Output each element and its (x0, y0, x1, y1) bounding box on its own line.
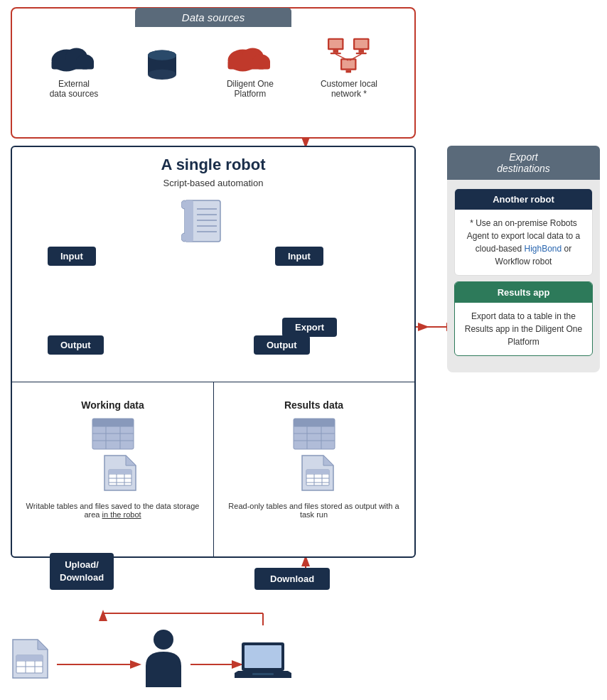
svg-rect-34 (333, 50, 338, 53)
svg-rect-85 (16, 655, 43, 661)
input-right-btn[interactable]: Input (275, 247, 323, 266)
cloud-red-icon (225, 38, 275, 73)
export-destinations-title: Exportdestinations (447, 146, 600, 180)
script-icon-area (172, 193, 236, 247)
svg-point-86 (154, 630, 173, 650)
svg-rect-33 (329, 40, 342, 48)
external-data-source: Externaldata sources (49, 38, 99, 99)
svg-rect-31 (227, 60, 270, 70)
diligent-platform-source: Diligent OnePlatform (225, 38, 275, 99)
svg-rect-88 (245, 645, 281, 668)
svg-rect-23 (51, 60, 94, 70)
output-right-btn[interactable]: Output (254, 335, 310, 355)
results-app-title: Results app (455, 282, 592, 303)
working-data-title: Working data (81, 399, 144, 411)
working-data-file-icon (102, 453, 138, 492)
results-app-body: Export data to a table in the Results ap… (455, 303, 592, 355)
laptop-icon (235, 639, 291, 685)
highbond-link[interactable]: HighBond (524, 244, 562, 254)
svg-point-26 (148, 70, 176, 80)
customer-network-source: Customer localnetwork * (321, 38, 377, 99)
cloud-blue-icon (49, 38, 99, 73)
network-icon (328, 38, 370, 73)
data-sources-icons: Externaldata sources (12, 27, 414, 106)
output-left-button[interactable]: Output (48, 335, 104, 355)
diligent-platform-label: Diligent OnePlatform (227, 79, 274, 99)
external-ds-label: Externaldata sources (50, 79, 99, 99)
svg-rect-89 (252, 673, 274, 675)
svg-point-27 (148, 50, 176, 60)
input-right-button[interactable]: Input (275, 247, 323, 266)
svg-rect-38 (358, 50, 364, 53)
robot-box: A single robot Script-based automation I… (11, 146, 416, 558)
results-data-table-icon (293, 418, 335, 450)
customer-network-label: Customer localnetwork * (321, 79, 377, 99)
results-data-title: Results data (284, 399, 343, 411)
robot-subtitle: Script-based automation (12, 178, 414, 194)
another-robot-body: * Use an on-premise Robots Agent to expo… (455, 210, 592, 275)
data-sources-title: Data sources (135, 8, 291, 27)
working-data-section: Working data (12, 392, 213, 556)
database-icon (144, 48, 180, 83)
export-button[interactable]: Export (282, 318, 337, 337)
export-destinations-box: Exportdestinations Another robot * Use a… (447, 146, 600, 372)
laptop-icon-area (235, 639, 291, 687)
download-button[interactable]: Download (254, 568, 330, 590)
upload-download-btn-area[interactable]: Upload/Download (50, 553, 114, 590)
results-data-section: Results data (213, 392, 414, 556)
output-left-btn[interactable]: Output (48, 335, 104, 355)
svg-rect-37 (355, 40, 367, 48)
another-robot-card: Another robot * Use an on-premise Robots… (454, 188, 593, 276)
database-source (144, 48, 180, 89)
robot-title: A single robot (12, 147, 414, 178)
upload-download-button[interactable]: Upload/Download (50, 553, 114, 590)
svg-rect-46 (185, 200, 193, 242)
svg-rect-58 (92, 419, 134, 426)
download-btn-area[interactable]: Download (254, 568, 330, 590)
main-container: Data sources Externaldata sources (0, 0, 607, 700)
data-sources-box: Data sources Externaldata sources (11, 7, 416, 139)
svg-rect-39 (356, 53, 367, 54)
scroll-icon (181, 193, 227, 247)
svg-rect-79 (306, 470, 329, 474)
spreadsheet-icon-area (11, 637, 50, 682)
results-app-card: Results app Export data to a table in th… (454, 281, 593, 356)
spreadsheet-icon (11, 637, 50, 680)
person-icon-area (139, 627, 188, 693)
another-robot-title: Another robot (455, 189, 592, 210)
input-left-button[interactable]: Input (48, 247, 96, 266)
working-data-table-icon (92, 418, 134, 450)
svg-rect-41 (342, 60, 355, 68)
input-left-btn[interactable]: Input (48, 247, 96, 266)
person-icon (139, 627, 188, 691)
svg-rect-35 (331, 53, 341, 54)
results-data-desc: Read-only tables and files stored as out… (213, 502, 414, 519)
results-data-file-icon (300, 453, 335, 492)
svg-rect-72 (294, 419, 335, 426)
working-data-desc: Writable tables and files saved to the d… (12, 502, 213, 519)
output-right-button[interactable]: Output (254, 335, 310, 355)
svg-rect-42 (345, 70, 351, 73)
svg-rect-65 (109, 470, 131, 474)
export-btn-area[interactable]: Export (282, 318, 337, 337)
